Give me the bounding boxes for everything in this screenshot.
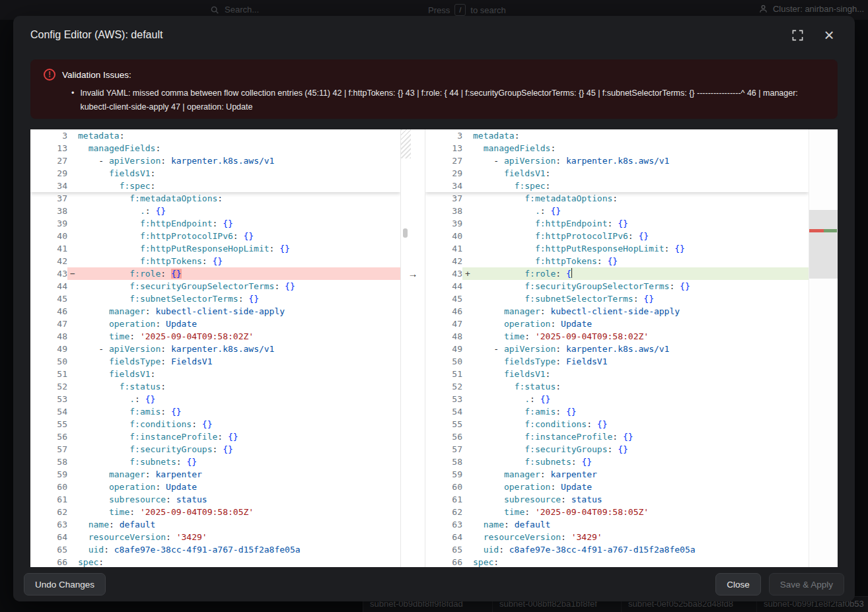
code-text[interactable]: fieldsType: FieldsV1: [78, 355, 400, 368]
code-line[interactable]: 47 operation: Update: [425, 318, 809, 330]
line-number[interactable]: 53: [425, 393, 462, 405]
line-number[interactable]: 56: [425, 430, 462, 443]
code-text[interactable]: time: '2025-09-04T09:58:05Z': [78, 506, 400, 518]
code-line[interactable]: 48 time: '2025-09-04T09:58:02Z': [425, 330, 809, 343]
code-text[interactable]: manager: kubectl-client-side-apply: [78, 305, 400, 318]
code-text[interactable]: operation: Update: [78, 481, 400, 493]
line-number[interactable]: 44: [30, 280, 67, 292]
code-line[interactable]: 59 manager: karpenter: [425, 468, 809, 481]
code-text[interactable]: .: {}: [473, 205, 809, 217]
code-line[interactable]: 37 f:metadataOptions:: [30, 192, 400, 205]
code-line[interactable]: 13 managedFields:: [30, 142, 400, 154]
line-number[interactable]: 38: [30, 205, 67, 217]
code-line[interactable]: 34 f:spec:: [425, 180, 809, 192]
code-line[interactable]: 58 f:subnets: {}: [30, 456, 400, 468]
code-text[interactable]: f:securityGroupSelectorTerms: {}: [473, 280, 809, 292]
line-number[interactable]: 62: [425, 506, 462, 518]
code-text[interactable]: f:conditions: {}: [473, 418, 809, 430]
close-button[interactable]: Close: [715, 573, 761, 595]
code-line[interactable]: 65 uid: c8afe97e-38cc-4f91-a767-d15f2a8f…: [30, 543, 400, 556]
code-text[interactable]: f:subnetSelectorTerms: {}: [78, 292, 400, 305]
code-line[interactable]: 29 fieldsV1:: [30, 167, 400, 180]
code-text[interactable]: f:metadataOptions:: [473, 192, 809, 205]
code-line[interactable]: 47 operation: Update: [30, 318, 400, 330]
code-line[interactable]: 39 f:httpEndpoint: {}: [425, 217, 809, 230]
code-text[interactable]: f:securityGroupSelectorTerms: {}: [78, 280, 400, 292]
code-text[interactable]: subresource: status: [473, 493, 809, 506]
diff-pane-modified[interactable]: 3metadata:13 managedFields:27 - apiVersi…: [425, 129, 809, 567]
code-line[interactable]: 60 operation: Update: [425, 481, 809, 493]
line-number[interactable]: 42: [425, 255, 462, 267]
code-text[interactable]: .: {}: [78, 393, 400, 405]
code-line[interactable]: 38 .: {}: [30, 205, 400, 217]
code-line[interactable]: 45 f:subnetSelectorTerms: {}: [30, 292, 400, 305]
code-line[interactable]: 38 .: {}: [425, 205, 809, 217]
line-number[interactable]: 51: [425, 368, 462, 380]
line-number[interactable]: 55: [425, 418, 462, 430]
code-text[interactable]: managedFields:: [78, 142, 400, 154]
line-number[interactable]: 64: [30, 531, 67, 543]
line-number[interactable]: 54: [425, 405, 462, 418]
line-number[interactable]: 39: [30, 217, 67, 230]
code-line[interactable]: 60 operation: Update: [30, 481, 400, 493]
code-text[interactable]: f:status:: [78, 380, 400, 393]
code-text[interactable]: fieldsV1:: [78, 167, 400, 180]
code-text[interactable]: manager: karpenter: [78, 468, 400, 481]
code-text[interactable]: name: default: [78, 518, 400, 531]
code-line[interactable]: 40 f:httpProtocolIPv6: {}: [30, 230, 400, 242]
code-line[interactable]: 39 f:httpEndpoint: {}: [30, 217, 400, 230]
code-line[interactable]: 52 f:status:: [425, 380, 809, 393]
line-number[interactable]: 51: [30, 368, 67, 380]
code-line[interactable]: 56 f:instanceProfile: {}: [30, 430, 400, 443]
code-text[interactable]: time: '2025-09-04T09:58:02Z': [78, 330, 400, 343]
minimap[interactable]: [809, 129, 838, 567]
undo-changes-button[interactable]: Undo Changes: [24, 573, 106, 595]
code-text[interactable]: f:subnets: {}: [473, 456, 809, 468]
code-text[interactable]: name: default: [473, 518, 809, 531]
line-number[interactable]: 13: [425, 142, 462, 154]
line-number[interactable]: 41: [30, 242, 67, 255]
code-text[interactable]: time: '2025-09-04T09:58:05Z': [473, 506, 809, 518]
code-text[interactable]: operation: Update: [473, 318, 809, 330]
line-number[interactable]: 40: [425, 230, 462, 242]
code-text[interactable]: f:instanceProfile: {}: [473, 430, 809, 443]
code-text[interactable]: fieldsV1:: [78, 368, 400, 380]
line-number[interactable]: 40: [30, 230, 67, 242]
line-number[interactable]: 27: [30, 154, 67, 167]
code-text[interactable]: operation: Update: [473, 481, 809, 493]
code-text[interactable]: - apiVersion: karpenter.k8s.aws/v1: [473, 154, 809, 167]
line-number[interactable]: 64: [425, 531, 462, 543]
code-lines-original[interactable]: 37 f:metadataOptions:38 .: {}39 f:httpEn…: [30, 192, 400, 567]
code-text[interactable]: time: '2025-09-04T09:58:02Z': [473, 330, 809, 343]
line-number[interactable]: 50: [30, 355, 67, 368]
line-number[interactable]: 54: [30, 405, 67, 418]
line-number[interactable]: 49: [425, 343, 462, 355]
splitter-handle[interactable]: [401, 129, 411, 158]
code-text[interactable]: f:securityGroups: {}: [473, 443, 809, 456]
code-line[interactable]: 62 time: '2025-09-04T09:58:05Z': [425, 506, 809, 518]
code-text[interactable]: f:amis: {}: [78, 405, 400, 418]
code-text[interactable]: f:httpEndpoint: {}: [78, 217, 400, 230]
line-number[interactable]: 37: [425, 192, 462, 205]
code-line[interactable]: 44 f:securityGroupSelectorTerms: {}: [425, 280, 809, 292]
code-text[interactable]: f:httpPutResponseHopLimit: {}: [78, 242, 400, 255]
code-text[interactable]: metadata:: [78, 129, 400, 142]
code-text[interactable]: f:httpTokens: {}: [473, 255, 809, 267]
code-line[interactable]: 3metadata:: [425, 129, 809, 142]
code-text[interactable]: f:httpProtocolIPv6: {}: [473, 230, 809, 242]
line-number[interactable]: 47: [30, 318, 67, 330]
line-number[interactable]: 48: [30, 330, 67, 343]
code-line[interactable]: 58 f:subnets: {}: [425, 456, 809, 468]
line-number[interactable]: 58: [425, 456, 462, 468]
code-line[interactable]: 13 managedFields:: [425, 142, 809, 154]
code-line[interactable]: 56 f:instanceProfile: {}: [425, 430, 809, 443]
code-text[interactable]: operation: Update: [78, 318, 400, 330]
line-number[interactable]: 52: [30, 380, 67, 393]
save-apply-button[interactable]: Save & Apply: [769, 573, 844, 595]
code-line[interactable]: 55 f:conditions: {}: [425, 418, 809, 430]
line-number[interactable]: 50: [425, 355, 462, 368]
line-number[interactable]: 44: [425, 280, 462, 292]
line-number[interactable]: 62: [30, 506, 67, 518]
code-text[interactable]: .: {}: [78, 205, 400, 217]
code-text[interactable]: fieldsV1:: [473, 167, 809, 180]
